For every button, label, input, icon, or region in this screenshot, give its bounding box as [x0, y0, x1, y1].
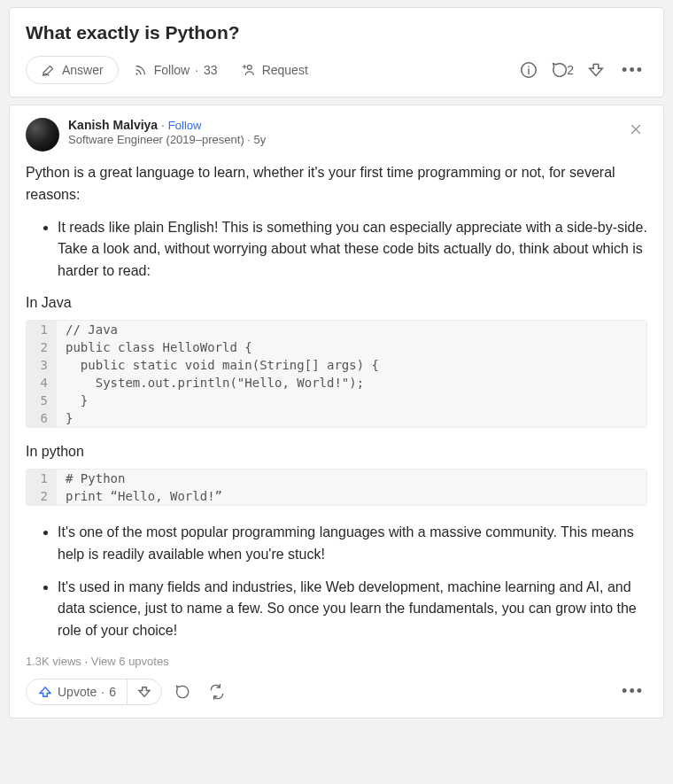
follow-button[interactable]: Follow · 33 — [124, 57, 227, 83]
follow-label: Follow — [154, 63, 190, 77]
svg-point-3 — [528, 66, 530, 68]
question-actions: Answer Follow · 33 — [26, 56, 647, 84]
request-person-icon — [241, 62, 257, 78]
downvote-icon[interactable] — [586, 60, 606, 80]
close-icon[interactable] — [624, 118, 647, 144]
upvote-count: 6 — [109, 685, 116, 699]
request-label: Request — [262, 63, 308, 77]
comment-button[interactable] — [171, 679, 196, 704]
vote-group: Upvote · 6 — [26, 679, 162, 705]
svg-point-1 — [247, 66, 251, 70]
follow-author-link[interactable]: Follow — [168, 119, 202, 132]
avatar[interactable] — [26, 118, 59, 151]
answer-button[interactable]: Answer — [26, 56, 119, 84]
python-code-block: 1# Python2print “Hello, World!” — [26, 469, 647, 506]
downvote-small-icon — [136, 684, 152, 700]
upvote-button[interactable]: Upvote · 6 — [27, 679, 127, 704]
answer-more-icon[interactable]: ••• — [618, 682, 647, 701]
view-upvotes-link[interactable]: View 6 upvotes — [91, 655, 169, 668]
java-code-block: 1// Java2public class HelloWorld {3 publ… — [26, 320, 647, 428]
rss-icon — [133, 62, 149, 78]
answer-time[interactable]: 5y — [254, 133, 267, 146]
question-card: What exactly is Python? Answer — [9, 7, 664, 97]
author-name[interactable]: Kanish Malviya — [68, 118, 158, 132]
info-icon[interactable] — [519, 60, 538, 80]
answer-footer: Upvote · 6 — [26, 679, 647, 705]
python-label: In python — [26, 444, 647, 460]
downvote-button[interactable] — [127, 679, 161, 704]
answer-card: Kanish Malviya · Follow Software Enginee… — [9, 105, 664, 718]
bullet-2: It's one of the most popular programming… — [58, 522, 647, 566]
views-text: 1.3K views — [26, 655, 81, 668]
views-row: 1.3K views · View 6 upvotes — [26, 655, 647, 668]
share-repost-icon[interactable] — [205, 679, 229, 704]
answer-label: Answer — [62, 63, 104, 77]
more-icon[interactable]: ••• — [618, 61, 647, 80]
bullet-3: It's used in many fields and industries,… — [58, 577, 647, 642]
comment-count: 2 — [567, 63, 574, 77]
author-credential: Software Engineer (2019–present) — [68, 133, 244, 146]
author-row: Kanish Malviya · Follow Software Enginee… — [26, 118, 647, 151]
svg-point-0 — [135, 73, 137, 74]
request-button[interactable]: Request — [232, 57, 317, 83]
answer-intro: Python is a great language to learn, whe… — [26, 162, 647, 206]
question-title[interactable]: What exactly is Python? — [26, 22, 647, 43]
upvote-icon — [37, 684, 53, 700]
java-label: In Java — [26, 295, 647, 311]
follow-count: 33 — [204, 63, 218, 77]
compose-icon — [41, 62, 57, 78]
bullet-1: It reads like plain English! This is som… — [58, 217, 647, 283]
upvote-label: Upvote — [58, 685, 97, 699]
